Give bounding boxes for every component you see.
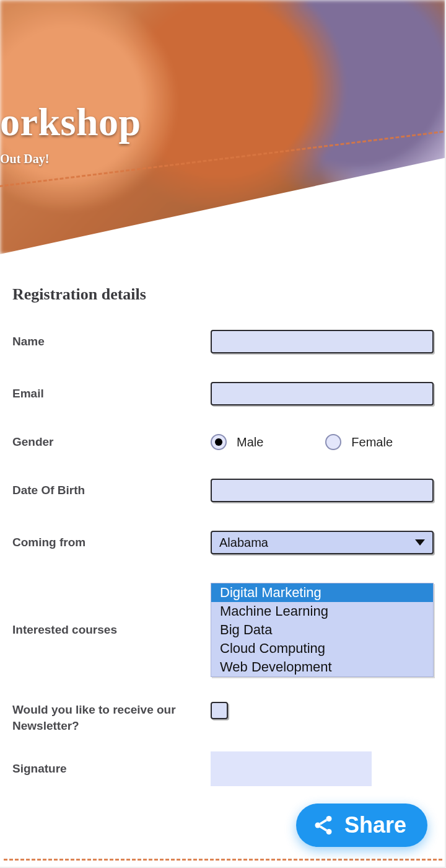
share-icon (312, 814, 334, 836)
radio-dot-icon (211, 434, 227, 450)
label-signature: Signature (12, 762, 211, 776)
row-coming-from: Coming from Alabama (12, 531, 434, 554)
course-option[interactable]: Machine Learning (211, 602, 433, 621)
label-gender: Gender (12, 435, 211, 449)
label-coming-from: Coming from (12, 536, 211, 549)
row-signature: Signature (12, 751, 434, 786)
chevron-down-icon (415, 539, 425, 546)
radio-male-label: Male (237, 435, 263, 450)
row-gender: Gender Male Female (12, 434, 434, 450)
radio-female[interactable]: Female (325, 434, 393, 450)
signature-pad[interactable] (211, 751, 372, 786)
label-newsletter: Would you like to receive our Newsletter… (12, 702, 211, 734)
coming-from-select[interactable]: Alabama (211, 531, 434, 554)
radio-female-label: Female (351, 435, 393, 450)
row-name: Name (12, 330, 434, 353)
share-button-label: Share (344, 812, 406, 838)
coming-from-selected: Alabama (219, 536, 268, 550)
radio-dot-icon (325, 434, 341, 450)
svg-point-2 (326, 829, 331, 835)
course-option[interactable]: Big Data (211, 621, 433, 639)
svg-point-1 (315, 823, 320, 828)
section-title: Registration details (12, 285, 434, 304)
hero-banner: orkshop Out Day! (0, 0, 446, 254)
row-courses: Interested courses Digital Marketing Mac… (12, 583, 434, 677)
hero-subtitle: Out Day! (0, 152, 49, 166)
course-option[interactable]: Cloud Computing (211, 639, 433, 658)
label-email: Email (12, 387, 211, 401)
dob-input[interactable] (211, 479, 434, 502)
newsletter-checkbox[interactable] (211, 702, 228, 719)
label-courses: Interested courses (12, 623, 211, 637)
svg-point-0 (326, 816, 331, 822)
radio-male[interactable]: Male (211, 434, 263, 450)
registration-form: Registration details Name Email Gender M… (0, 285, 446, 823)
row-email: Email (12, 382, 434, 405)
course-option[interactable]: Digital Marketing (211, 583, 433, 602)
course-option[interactable]: Web Development (211, 658, 433, 676)
label-name: Name (12, 335, 211, 348)
courses-multiselect[interactable]: Digital Marketing Machine Learning Big D… (211, 583, 434, 677)
divider-dashed-bottom (4, 859, 442, 861)
label-dob: Date Of Birth (12, 484, 211, 497)
row-dob: Date Of Birth (12, 479, 434, 502)
email-input[interactable] (211, 382, 434, 405)
name-input[interactable] (211, 330, 434, 353)
row-newsletter: Would you like to receive our Newsletter… (12, 702, 434, 734)
share-button[interactable]: Share (296, 804, 427, 847)
hero-title: orkshop (0, 99, 141, 145)
